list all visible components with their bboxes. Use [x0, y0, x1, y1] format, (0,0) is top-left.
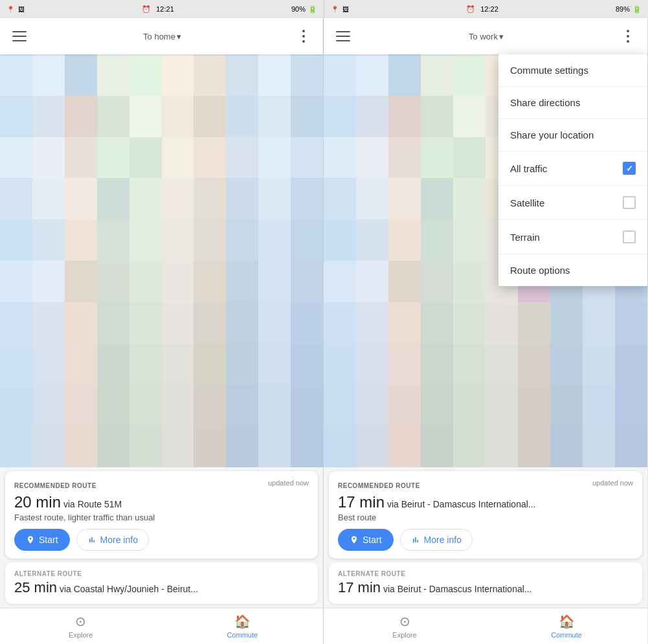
more-options-left[interactable]	[292, 25, 315, 48]
battery-right: 89%	[616, 5, 630, 13]
map-left	[0, 54, 323, 467]
menu-all-traffic[interactable]: All traffic ✓	[498, 151, 647, 185]
explore-icon-left: ⊙	[75, 614, 86, 629]
status-right-left: 90% 🔋	[291, 5, 317, 14]
screen-title-right: To work▾	[355, 30, 616, 43]
screen-title-left: To home▾	[31, 30, 292, 43]
dropdown-menu: Commute settings Share directions Share …	[498, 54, 647, 286]
status-center-right: ⏰ 12:22	[466, 5, 498, 14]
nav-commute-left[interactable]: 🏠 Commute	[162, 608, 324, 644]
time-left: 12:21	[156, 5, 174, 13]
status-right-right: 89% 🔋	[616, 5, 642, 14]
status-center-left: ⏰ 12:21	[142, 5, 174, 14]
menu-share-location[interactable]: Share your location	[498, 119, 647, 151]
menu-commute-settings[interactable]: Commute settings	[498, 54, 647, 86]
more-options-right[interactable]	[616, 25, 640, 48]
nav-commute-right[interactable]: 🏠 Commute	[486, 608, 647, 644]
satellite-checkbox[interactable]	[623, 196, 636, 209]
all-traffic-checkbox[interactable]: ✓	[623, 162, 636, 175]
commute-icon-right: 🏠	[559, 614, 575, 629]
alternate-route-right: ALTERNATE ROUTE 17 min via Beirut - Dama…	[329, 562, 642, 604]
hamburger-menu-right[interactable]	[331, 25, 355, 48]
more-info-button-right[interactable]: More info	[400, 529, 473, 551]
nav-explore-right[interactable]: ⊙ Explore	[324, 608, 486, 644]
nav-bar-left: ⊙ Explore 🏠 Commute	[0, 608, 323, 644]
menu-satellite[interactable]: Satellite	[498, 186, 647, 219]
menu-share-directions[interactable]: Share directions	[498, 87, 647, 118]
time-right: 12:22	[480, 5, 498, 13]
recommended-route-right: RECOMMENDED ROUTE updated now 17 min via…	[329, 471, 642, 559]
hamburger-menu-left[interactable]	[8, 25, 31, 48]
status-left-left: 📍 🖼	[6, 6, 25, 13]
menu-route-options[interactable]: Route options	[498, 254, 647, 286]
terrain-checkbox[interactable]	[623, 230, 636, 243]
start-button-left[interactable]: Start	[14, 529, 70, 551]
commute-icon-left: 🏠	[234, 614, 251, 629]
alternate-route-left: ALTERNATE ROUTE 25 min via Coastal Hwy/J…	[5, 562, 318, 604]
more-info-button-left[interactable]: More info	[76, 529, 149, 551]
nav-explore-left[interactable]: ⊙ Explore	[0, 608, 162, 644]
recommended-route-left: RECOMMENDED ROUTE updated now 20 min via…	[5, 471, 318, 559]
battery-left: 90%	[291, 5, 306, 13]
menu-terrain[interactable]: Terrain	[498, 220, 647, 254]
nav-bar-right: ⊙ Explore 🏠 Commute	[324, 608, 647, 644]
status-left-right: 📍 🖼	[331, 6, 349, 13]
start-button-right[interactable]: Start	[338, 529, 394, 551]
explore-icon-right: ⊙	[399, 614, 410, 629]
